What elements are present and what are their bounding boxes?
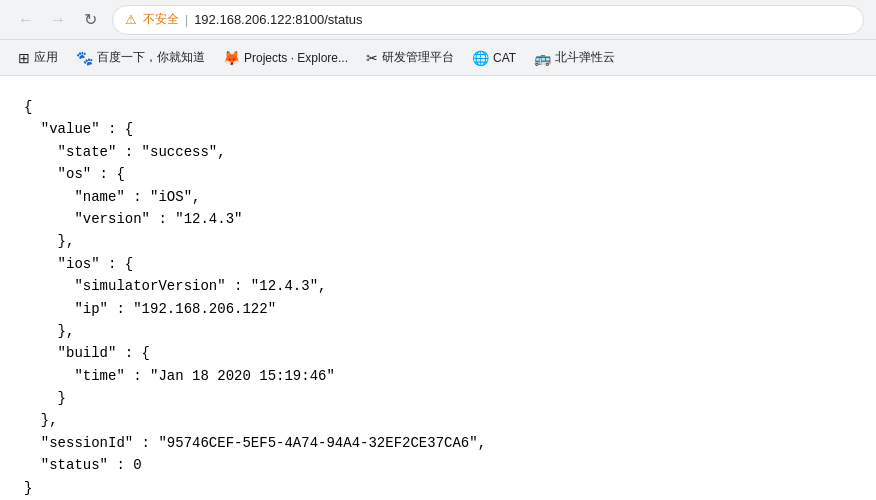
json-line: "sessionId" : "95746CEF-5EF5-4A74-94A4-3… [24,432,852,454]
json-line: "ios" : { [24,253,852,275]
bookmark-apps[interactable]: ⊞ 应用 [10,45,66,71]
separator: | [185,13,188,27]
json-line: "name" : "iOS", [24,186,852,208]
json-line: } [24,477,852,499]
json-line: }, [24,320,852,342]
bookmark-gitlab-label: Projects · Explore... [244,51,348,65]
bookmark-cat-label: CAT [493,51,516,65]
json-line: "time" : "Jan 18 2020 15:19:46" [24,365,852,387]
bookmark-baidu[interactable]: 🐾 百度一下，你就知道 [68,45,213,71]
bookmark-cat[interactable]: 🌐 CAT [464,45,524,71]
address-bar[interactable]: ⚠ 不安全 | 192.168.206.122:8100/status [112,5,864,35]
json-line: "state" : "success", [24,141,852,163]
json-line: "status" : 0 [24,454,852,476]
json-line: "value" : { [24,118,852,140]
url-display: 192.168.206.122:8100/status [194,12,851,27]
json-line: { [24,96,852,118]
json-line: "os" : { [24,163,852,185]
security-icon: ⚠ [125,12,137,27]
devmgmt-icon: ✂ [366,50,378,66]
cat-icon: 🌐 [472,50,489,66]
reload-button[interactable]: ↻ [76,6,104,34]
json-line: } [24,387,852,409]
bookmark-devmgmt-label: 研发管理平台 [382,49,454,66]
json-line: "build" : { [24,342,852,364]
not-secure-label: 不安全 [143,11,179,28]
json-line: "simulatorVersion" : "12.4.3", [24,275,852,297]
bookmark-baidu-label: 百度一下，你就知道 [97,49,205,66]
apps-icon: ⊞ [18,50,30,66]
forward-button[interactable]: → [44,6,72,34]
back-button[interactable]: ← [12,6,40,34]
bookmark-beidou-label: 北斗弹性云 [555,49,615,66]
json-line: }, [24,409,852,431]
json-line: }, [24,230,852,252]
bookmark-gitlab[interactable]: 🦊 Projects · Explore... [215,45,356,71]
json-content: { "value" : { "state" : "success", "os" … [0,76,876,500]
bookmark-apps-label: 应用 [34,49,58,66]
gitlab-icon: 🦊 [223,50,240,66]
nav-buttons: ← → ↻ [12,6,104,34]
titlebar: ← → ↻ ⚠ 不安全 | 192.168.206.122:8100/statu… [0,0,876,40]
json-line: "version" : "12.4.3" [24,208,852,230]
bookmark-beidou[interactable]: 🚌 北斗弹性云 [526,45,623,71]
bookmarks-bar: ⊞ 应用 🐾 百度一下，你就知道 🦊 Projects · Explore...… [0,40,876,76]
json-line: "ip" : "192.168.206.122" [24,298,852,320]
beidou-icon: 🚌 [534,50,551,66]
bookmark-devmgmt[interactable]: ✂ 研发管理平台 [358,45,462,71]
baidu-icon: 🐾 [76,50,93,66]
